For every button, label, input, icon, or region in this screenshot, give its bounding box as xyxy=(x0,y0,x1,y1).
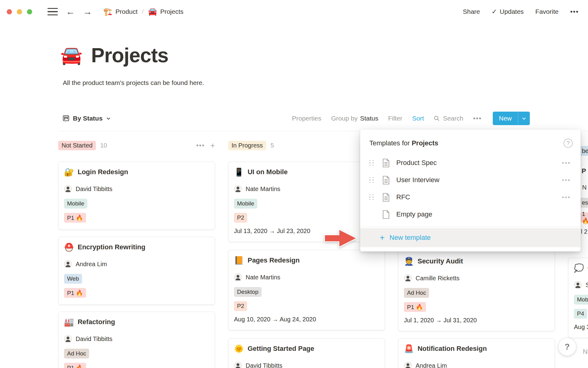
rotating-light-emoji-icon: 🚨 xyxy=(404,345,414,353)
breadcrumb-projects[interactable]: 🚘 Projects xyxy=(148,7,183,16)
updates-button[interactable]: ✓ Updates xyxy=(492,8,524,15)
sidebar-menu-icon[interactable] xyxy=(47,8,58,16)
check-icon: ✓ xyxy=(492,8,497,15)
card-title: Security Audit xyxy=(417,257,463,265)
priority-tag: P1 🔥 xyxy=(64,213,86,223)
template-item-rfc[interactable]: RFC ••• xyxy=(360,189,581,206)
column-status-badge[interactable]: Not Started xyxy=(58,141,96,150)
avatar xyxy=(64,260,72,268)
factory-emoji-icon: 🏭 xyxy=(64,318,74,326)
new-button[interactable]: New xyxy=(493,112,530,125)
card-title: Login Redesign xyxy=(77,168,128,176)
platform-tag: Mob xyxy=(574,295,588,305)
card-title: Encryption Rewriting xyxy=(77,243,145,251)
project-card[interactable]: 🚨Notification Redesign Andrea Lim xyxy=(398,338,555,368)
templates-help-icon[interactable]: ? xyxy=(564,139,573,148)
priority-tag: P1 🔥 xyxy=(64,363,86,368)
avatar xyxy=(234,273,242,281)
column-count: 10 xyxy=(100,142,107,149)
sun-emoji-icon: 🌞 xyxy=(234,345,244,353)
template-label: User Interview xyxy=(396,176,439,184)
template-item-user-interview[interactable]: User Interview ••• xyxy=(360,171,581,189)
drag-handle-icon[interactable] xyxy=(369,194,374,200)
date-range: Jul 1, 2020 → Jul 31, 2020 xyxy=(404,317,549,324)
view-name: By Status xyxy=(73,115,103,122)
platform-tag: Mobile xyxy=(64,199,87,209)
template-more-icon[interactable]: ••• xyxy=(562,194,571,201)
group-by-button[interactable]: Group by Status xyxy=(331,115,378,122)
close-window-button[interactable] xyxy=(7,9,12,14)
card-title: Pages Redesign xyxy=(247,256,300,264)
favorite-button[interactable]: Favorite xyxy=(535,8,559,15)
board-view-icon xyxy=(63,115,69,121)
toolbar-more-button[interactable]: ••• xyxy=(473,115,482,122)
properties-button[interactable]: Properties xyxy=(292,115,322,122)
avatar xyxy=(574,281,582,289)
help-button[interactable]: ? xyxy=(558,338,576,356)
breadcrumb: 🏗️ Product / 🚘 Projects xyxy=(103,7,183,16)
assignee-name: Andrea Lim xyxy=(416,362,447,368)
template-label: Empty page xyxy=(396,210,432,218)
mobile-phone-emoji-icon: 📱 xyxy=(234,168,244,176)
priority-tag: P1 🔥 xyxy=(404,302,426,312)
share-button[interactable]: Share xyxy=(463,8,480,15)
template-more-icon[interactable]: ••• xyxy=(562,159,571,166)
search-icon xyxy=(434,115,440,121)
avatar xyxy=(64,185,72,193)
priority-tag: P1 🔥 xyxy=(64,288,86,298)
car-emoji-icon: 🚘 xyxy=(148,7,157,16)
sort-button[interactable]: Sort xyxy=(412,115,424,122)
project-card[interactable]: 💭C S Mob P4 Aug 3 xyxy=(568,258,588,338)
search-button[interactable]: Search xyxy=(434,115,463,122)
red-arrow-annotation xyxy=(323,228,358,249)
forward-arrow-icon[interactable]: → xyxy=(83,7,92,16)
column-status-badge[interactable]: In Progress xyxy=(228,141,266,150)
column-count: 5 xyxy=(270,142,274,149)
project-card[interactable]: ⛑️Encryption Rewriting Andrea Lim Web P1… xyxy=(58,237,215,305)
project-card[interactable]: 📙Pages Redesign Nate Martins Desktop P2 … xyxy=(228,250,385,330)
more-options-button[interactable]: ••• xyxy=(570,8,579,15)
project-card[interactable]: 🔐Login Redesign David Tibbitts Mobile P1… xyxy=(58,162,215,230)
drag-handle-icon[interactable] xyxy=(369,177,374,183)
date-range: Aug 10, 2020 → Aug 24, 2020 xyxy=(234,316,379,323)
back-arrow-icon[interactable]: ← xyxy=(66,7,75,16)
window-titlebar: ← → 🏗️ Product / 🚘 Projects Share ✓ Upda… xyxy=(0,0,588,23)
page-car-emoji-icon: 🚘 xyxy=(60,46,82,64)
card-title: Refactoring xyxy=(77,318,115,326)
template-item-empty-page[interactable]: Empty page xyxy=(360,206,581,223)
lock-emoji-icon: 🔐 xyxy=(64,168,74,176)
card-title: Notification Redesign xyxy=(417,345,487,353)
new-dropdown-chevron-icon[interactable] xyxy=(518,117,530,120)
document-icon xyxy=(383,159,390,167)
assignee-name: Nate Martins xyxy=(246,186,280,193)
breadcrumb-product[interactable]: 🏗️ Product xyxy=(103,7,138,16)
template-label: Product Spec xyxy=(396,159,437,167)
minimize-window-button[interactable] xyxy=(17,9,22,14)
template-item-product-spec[interactable]: Product Spec ••• xyxy=(360,154,581,171)
filter-button[interactable]: Filter xyxy=(388,115,402,122)
column-add-icon[interactable]: + xyxy=(210,141,215,150)
new-template-button[interactable]: + New template xyxy=(360,228,581,247)
column-more-icon[interactable]: ••• xyxy=(196,142,205,149)
assignee-name: Camille Ricketts xyxy=(416,275,459,282)
platform-tag: Mobile xyxy=(234,199,257,209)
assignee-name: S xyxy=(586,282,588,289)
project-card[interactable]: 🏭Refactoring David Tibbitts Ad Hoc P1 🔥 xyxy=(58,312,215,368)
clipped-card-title-fragment: P xyxy=(582,167,586,175)
group-by-value: Status xyxy=(360,115,379,122)
avatar xyxy=(234,185,242,193)
zoom-window-button[interactable] xyxy=(27,9,32,14)
project-card[interactable]: 👮Security Audit Camille Ricketts Ad Hoc … xyxy=(398,251,555,331)
project-card[interactable]: 🌞Getting Started Page David Tibbitts xyxy=(228,338,385,368)
assignee-name: Nate Martins xyxy=(246,274,280,281)
clipped-card-assignee-fragment: N xyxy=(582,184,586,191)
priority-tag: P2 xyxy=(234,213,247,223)
police-officer-emoji-icon: 👮 xyxy=(404,257,414,265)
template-more-icon[interactable]: ••• xyxy=(562,177,571,183)
view-toolbar: By Status Properties Group by Status Fil… xyxy=(58,105,588,131)
view-selector[interactable]: By Status xyxy=(63,115,111,122)
drag-handle-icon[interactable] xyxy=(369,160,374,166)
page-title: Projects xyxy=(91,44,168,67)
date-range: Aug 3 xyxy=(574,324,588,331)
priority-tag: P4 xyxy=(574,309,587,319)
